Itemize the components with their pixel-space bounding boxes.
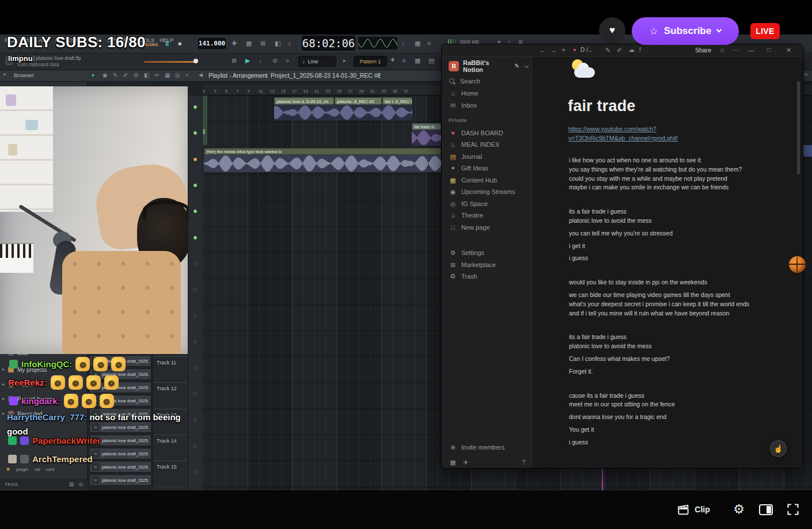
song-marker[interactable]: us — [203, 96, 207, 145]
tags-label[interactable]: TAGS — [5, 482, 18, 487]
track-mute-led[interactable] — [193, 392, 197, 395]
metronome-note-icon[interactable]: ♪ — [288, 40, 291, 47]
favorite-star-icon[interactable]: ☆ — [719, 47, 725, 54]
metronome-icon[interactable]: ♩ — [259, 58, 265, 64]
sidebar-page-ig-space[interactable]: ◎IG Space — [445, 198, 528, 210]
time-display[interactable]: 68:02:06 — [302, 36, 355, 51]
picker-clip[interactable]: ≈platonic love draft_2025... — [89, 474, 151, 486]
playback-tool-icon[interactable]: ≈ — [185, 73, 189, 78]
sidebar-page-dashboard[interactable]: ♥DASH BOARD — [445, 127, 528, 139]
audio-clip[interactable]: fair trade dr... — [412, 123, 441, 130]
audio-clip[interactable]: fair t..9_REC #2 — [382, 97, 412, 105]
track-mute-led[interactable] — [193, 470, 197, 474]
track-header[interactable]: Track 12 — [153, 382, 188, 408]
slider-knob[interactable] — [193, 59, 198, 63]
help-icon[interactable]: ? — [519, 459, 528, 466]
song-mode-label[interactable]: SONG — [145, 43, 158, 47]
follow-heart-button[interactable]: ♥ — [599, 17, 625, 44]
tab-vst3[interactable]: vst3 — [46, 467, 55, 472]
sidebar-item-trash[interactable]: ♻Trash — [445, 271, 528, 282]
lyrics-paragraph[interactable]: i guess — [569, 438, 768, 447]
grid-snap-icon[interactable]: ⊞ — [232, 58, 237, 64]
sidebar-page-new-page[interactable]: □New page — [445, 222, 528, 233]
more-options-icon[interactable]: ⋯ — [733, 47, 739, 54]
draw-tool-icon[interactable]: ◉ — [103, 73, 108, 78]
sidebar-page-theatre[interactable]: ♫Theatre — [445, 210, 528, 221]
sidebar-page-meal-index[interactable]: ♨MEAL INDEX — [445, 139, 528, 150]
pattern-selector[interactable]: Pattern 1 — [354, 56, 387, 67]
sidebar-page-journal[interactable]: ▤Journal — [445, 151, 528, 162]
track-mute-led[interactable] — [193, 366, 197, 370]
tempo-display[interactable]: 141.000 — [198, 38, 226, 49]
audio-clip-waveform[interactable] — [204, 155, 441, 172]
lyrics-paragraph[interactable]: i get it — [569, 242, 768, 251]
sidebar-item-inbox[interactable]: ✉Inbox — [445, 100, 528, 111]
track-mute-led[interactable] — [193, 314, 197, 317]
stop-button[interactable]: ■ — [178, 41, 181, 47]
floating-action-button[interactable]: ☝ — [770, 440, 787, 457]
f-ext-icon[interactable]: f — [639, 47, 641, 53]
lyrics-paragraph[interactable]: we can bide our time playing video games… — [569, 291, 768, 318]
tag-search-icon[interactable]: ◎ — [78, 482, 83, 487]
track-mute-led[interactable] — [193, 105, 197, 109]
track-mute-led[interactable] — [193, 288, 197, 291]
cloud-ext-icon[interactable]: ☁ — [628, 47, 635, 53]
templates-icon[interactable]: ▦ — [449, 459, 457, 466]
wave-record-icon[interactable]: ≈ — [286, 58, 289, 64]
project-arrangement-name[interactable]: Project_1_2025-08-23 14-01-30_REC #2 — [271, 72, 381, 79]
sidebar-page-gift-ideas[interactable]: ✦Gift Ideas — [445, 162, 528, 174]
forward-icon[interactable]: → — [551, 47, 557, 54]
lyrics-paragraph[interactable]: i like how you act when no one is around… — [569, 156, 768, 192]
new-tab-icon[interactable]: + — [561, 47, 566, 54]
lyrics-paragraph[interactable]: cause its a fair trade i guess meet me i… — [569, 391, 768, 410]
track-mute-led[interactable] — [193, 210, 197, 213]
playlist-play-icon[interactable]: ▸ — [92, 73, 95, 78]
sidebar-page-content-hub[interactable]: ▦Content Hub — [445, 174, 528, 186]
master-pitch-slider[interactable] — [144, 61, 198, 63]
step-grid-icon[interactable]: ▦ — [246, 40, 252, 47]
track-mute-led[interactable] — [193, 262, 197, 265]
lyrics-paragraph[interactable]: its a fair trade i guess platonic love t… — [569, 207, 768, 226]
playlist-close-icon[interactable]: ✕ — [804, 73, 809, 78]
tag-list-icon[interactable]: ▤ — [69, 482, 74, 487]
share-button[interactable]: Share — [695, 47, 711, 54]
close-button[interactable]: ✕ — [786, 47, 791, 54]
audio-clip[interactable]: platonic..8_REC #2 — [335, 97, 382, 105]
send-feedback-icon[interactable]: ✈ — [461, 459, 470, 466]
notion-titlebar[interactable]: ← → + ♥ D /... ✎ ✐ ☁ f Share ☆ ⋯ — □ ✕ — [442, 44, 803, 57]
track-mute-led[interactable] — [193, 444, 197, 448]
delete-tool-icon[interactable]: ⊘ — [134, 73, 138, 78]
picker-clip[interactable]: ≈platonic love draft_2025... — [89, 448, 151, 459]
lyrics-paragraph[interactable]: would you like to stay inside in pjs on … — [569, 278, 768, 287]
track-mute-led[interactable] — [193, 184, 197, 187]
pencil-ext-icon[interactable]: ✎ — [605, 47, 610, 54]
tab-vst[interactable]: vst — [34, 467, 40, 472]
arrangement-next-icon[interactable]: ▸ — [378, 73, 381, 78]
page-emoji-cloud-sun[interactable] — [571, 58, 596, 81]
track-mute-led[interactable] — [193, 131, 197, 135]
lyrics-paragraph[interactable]: its a fair trade i guess platonic love t… — [569, 333, 768, 351]
speaker-icon[interactable]: ◀ — [199, 73, 203, 78]
sidebar-item-settings[interactable]: ⚙Settings — [445, 247, 528, 258]
audio-clip[interactable]: platonic love d..5-05-18_ch — [274, 97, 334, 105]
back-icon[interactable]: ← — [540, 47, 546, 54]
select-tool-icon[interactable]: ▦ — [165, 73, 170, 78]
invite-members-button[interactable]: ⊕Invite members — [445, 442, 528, 453]
playlist-window-title[interactable]: Playlist - Arrangement — [208, 72, 268, 79]
mixer-icon[interactable]: ▦ — [415, 40, 420, 47]
paint-tool-icon[interactable]: ✐ — [123, 73, 128, 78]
note-tool-icon[interactable]: ♩ — [402, 40, 408, 47]
youtube-link[interactable]: https://www.youtube.com/watch? v=T3QhRic… — [568, 125, 758, 143]
edit-icon[interactable]: ✎ — [513, 63, 521, 69]
sidebar-page-upcoming-streams[interactable]: ◉Upcoming Streams — [445, 186, 528, 197]
picker-clip[interactable]: ≈platonic love draft_2025... — [89, 461, 151, 473]
audio-clip-waveform[interactable] — [274, 105, 412, 120]
slice-tool-icon[interactable]: ✂ — [154, 73, 159, 78]
page-title[interactable]: fair trade — [568, 97, 636, 115]
overdub-icon[interactable]: ◧ — [275, 40, 280, 47]
track-header[interactable]: Track 15 — [153, 461, 188, 486]
keys-icon[interactable]: ▤ — [428, 58, 434, 64]
minimize-button[interactable]: — — [748, 47, 754, 54]
add-marker-icon[interactable]: ✚ — [232, 40, 237, 47]
typing-keyboard-icon[interactable]: ⊘ — [272, 58, 278, 64]
